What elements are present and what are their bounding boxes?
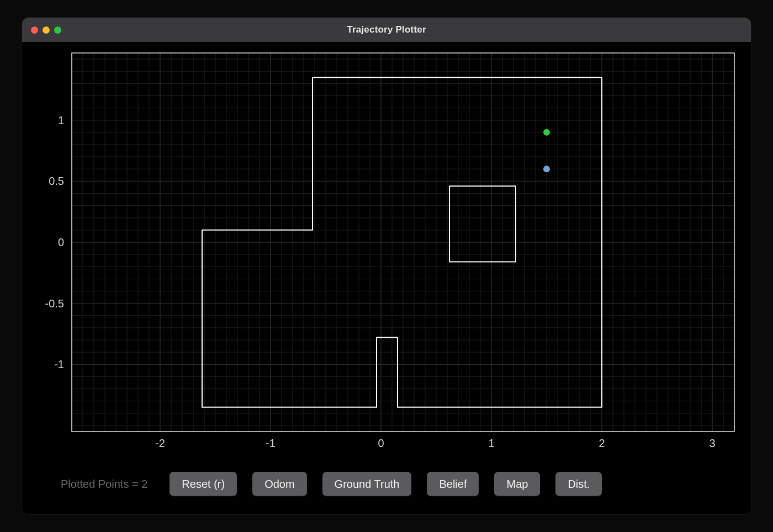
content-area: -2-10123-1-0.500.51 Plotted Points = 2 R… <box>22 42 751 514</box>
footer: Plotted Points = 2 Reset (r) Odom Ground… <box>22 459 751 514</box>
svg-text:2: 2 <box>599 437 605 449</box>
svg-text:1: 1 <box>58 114 64 126</box>
svg-text:0.5: 0.5 <box>49 175 64 187</box>
svg-text:-1: -1 <box>54 358 64 370</box>
svg-text:-1: -1 <box>266 437 276 449</box>
window-title: Trajectory Plotter <box>22 24 751 35</box>
plotted-points-status: Plotted Points = 2 <box>61 478 147 491</box>
toolbar: Reset (r) Odom Ground Truth Belief Map D… <box>170 472 602 496</box>
reset-button[interactable]: Reset (r) <box>170 472 237 496</box>
svg-text:3: 3 <box>709 437 715 449</box>
svg-text:-2: -2 <box>155 437 165 449</box>
svg-rect-114 <box>449 186 516 262</box>
trajectory-plot[interactable]: -2-10123-1-0.500.51 <box>22 42 751 459</box>
svg-text:0: 0 <box>58 236 64 248</box>
maximize-icon[interactable] <box>54 26 61 34</box>
plot-area[interactable]: -2-10123-1-0.500.51 <box>22 42 751 459</box>
ground-truth-button[interactable]: Ground Truth <box>322 472 412 496</box>
svg-text:0: 0 <box>378 437 384 449</box>
close-icon[interactable] <box>31 26 38 34</box>
minimize-icon[interactable] <box>43 26 50 34</box>
svg-text:1: 1 <box>488 437 494 449</box>
app-window: Trajectory Plotter -2-10123-1-0.500.51 P… <box>22 18 751 514</box>
svg-point-115 <box>543 129 550 136</box>
titlebar: Trajectory Plotter <box>22 18 751 42</box>
dist-button[interactable]: Dist. <box>555 472 602 496</box>
svg-text:-0.5: -0.5 <box>45 297 64 310</box>
odom-button[interactable]: Odom <box>252 472 306 496</box>
map-button[interactable]: Map <box>494 472 540 496</box>
window-controls <box>31 26 61 34</box>
belief-button[interactable]: Belief <box>427 472 479 496</box>
svg-point-116 <box>543 166 550 172</box>
